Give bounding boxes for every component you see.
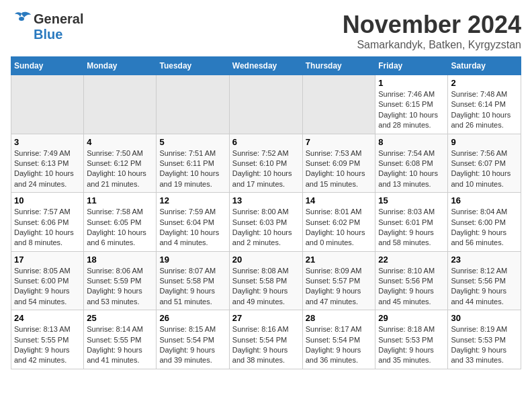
calendar-day-cell: 29Sunrise: 8:18 AMSunset: 5:53 PMDayligh… bbox=[375, 310, 448, 369]
logo: General Blue bbox=[11, 11, 83, 42]
calendar-day-cell: 17Sunrise: 8:05 AMSunset: 6:00 PMDayligh… bbox=[11, 251, 84, 310]
logo-bird-icon bbox=[11, 11, 32, 27]
calendar-week-row: 10Sunrise: 7:57 AMSunset: 6:06 PMDayligh… bbox=[11, 193, 521, 252]
day-info: Sunrise: 8:18 AMSunset: 5:53 PMDaylight:… bbox=[378, 324, 445, 366]
day-info: Sunrise: 8:10 AMSunset: 5:56 PMDaylight:… bbox=[378, 266, 445, 308]
day-info: Sunrise: 8:00 AMSunset: 6:03 PMDaylight:… bbox=[232, 207, 300, 248]
column-header-wednesday: Wednesday bbox=[229, 57, 302, 75]
day-number: 7 bbox=[306, 137, 373, 147]
day-number: 14 bbox=[306, 195, 373, 205]
day-number: 10 bbox=[14, 195, 81, 205]
column-header-sunday: Sunday bbox=[11, 57, 84, 75]
calendar-day-cell bbox=[84, 75, 157, 134]
day-info: Sunrise: 8:17 AMSunset: 5:54 PMDaylight:… bbox=[306, 324, 373, 366]
calendar-day-cell: 28Sunrise: 8:17 AMSunset: 5:54 PMDayligh… bbox=[302, 310, 375, 369]
calendar-day-cell bbox=[157, 75, 229, 134]
calendar-day-cell: 25Sunrise: 8:14 AMSunset: 5:55 PMDayligh… bbox=[84, 310, 157, 369]
day-info: Sunrise: 8:09 AMSunset: 5:57 PMDaylight:… bbox=[306, 266, 373, 308]
calendar-day-cell: 12Sunrise: 7:59 AMSunset: 6:04 PMDayligh… bbox=[157, 193, 229, 252]
day-info: Sunrise: 8:06 AMSunset: 5:59 PMDaylight:… bbox=[87, 266, 153, 308]
day-info: Sunrise: 8:13 AMSunset: 5:55 PMDaylight:… bbox=[14, 324, 81, 366]
day-info: Sunrise: 7:58 AMSunset: 6:05 PMDaylight:… bbox=[87, 207, 153, 248]
calendar-week-row: 1Sunrise: 7:46 AMSunset: 6:15 PMDaylight… bbox=[11, 75, 521, 134]
title-section: November 2024 Samarkandyk, Batken, Kyrgy… bbox=[343, 11, 521, 51]
calendar-day-cell: 26Sunrise: 8:15 AMSunset: 5:54 PMDayligh… bbox=[157, 310, 229, 369]
day-number: 12 bbox=[159, 195, 226, 205]
day-info: Sunrise: 8:08 AMSunset: 5:58 PMDaylight:… bbox=[232, 266, 300, 308]
day-info: Sunrise: 7:56 AMSunset: 6:07 PMDaylight:… bbox=[451, 148, 518, 190]
calendar-day-cell bbox=[11, 75, 84, 134]
day-number: 23 bbox=[451, 255, 518, 265]
calendar-day-cell: 14Sunrise: 8:01 AMSunset: 6:02 PMDayligh… bbox=[302, 193, 375, 252]
calendar-day-cell: 22Sunrise: 8:10 AMSunset: 5:56 PMDayligh… bbox=[375, 251, 448, 310]
calendar-day-cell: 21Sunrise: 8:09 AMSunset: 5:57 PMDayligh… bbox=[302, 251, 375, 310]
day-info: Sunrise: 8:16 AMSunset: 5:54 PMDaylight:… bbox=[232, 324, 300, 366]
day-number: 29 bbox=[378, 313, 445, 323]
day-info: Sunrise: 8:19 AMSunset: 5:53 PMDaylight:… bbox=[451, 324, 518, 366]
day-number: 11 bbox=[87, 195, 153, 205]
column-header-saturday: Saturday bbox=[448, 57, 521, 75]
logo-blue-text: Blue bbox=[34, 27, 62, 42]
calendar-day-cell: 27Sunrise: 8:16 AMSunset: 5:54 PMDayligh… bbox=[229, 310, 302, 369]
page-header: General Blue November 2024 Samarkandyk, … bbox=[11, 11, 521, 51]
calendar-day-cell bbox=[229, 75, 302, 134]
calendar-day-cell: 16Sunrise: 8:04 AMSunset: 6:00 PMDayligh… bbox=[448, 193, 521, 252]
calendar-day-cell: 11Sunrise: 7:58 AMSunset: 6:05 PMDayligh… bbox=[84, 193, 157, 252]
column-header-friday: Friday bbox=[375, 57, 448, 75]
day-number: 4 bbox=[87, 137, 153, 147]
day-number: 20 bbox=[232, 255, 300, 265]
location: Samarkandyk, Batken, Kyrgyzstan bbox=[343, 39, 521, 51]
day-info: Sunrise: 7:48 AMSunset: 6:14 PMDaylight:… bbox=[451, 89, 518, 131]
day-info: Sunrise: 7:52 AMSunset: 6:10 PMDaylight:… bbox=[232, 148, 300, 190]
calendar-day-cell: 4Sunrise: 7:50 AMSunset: 6:12 PMDaylight… bbox=[84, 134, 157, 193]
calendar-header-row: SundayMondayTuesdayWednesdayThursdayFrid… bbox=[11, 57, 521, 75]
day-number: 2 bbox=[451, 78, 518, 88]
calendar-day-cell: 10Sunrise: 7:57 AMSunset: 6:06 PMDayligh… bbox=[11, 193, 84, 252]
calendar-day-cell: 6Sunrise: 7:52 AMSunset: 6:10 PMDaylight… bbox=[229, 134, 302, 193]
day-info: Sunrise: 8:03 AMSunset: 6:01 PMDaylight:… bbox=[378, 207, 445, 248]
calendar-week-row: 17Sunrise: 8:05 AMSunset: 6:00 PMDayligh… bbox=[11, 251, 521, 310]
day-info: Sunrise: 8:01 AMSunset: 6:02 PMDaylight:… bbox=[306, 207, 373, 248]
day-number: 19 bbox=[159, 255, 226, 265]
day-info: Sunrise: 7:50 AMSunset: 6:12 PMDaylight:… bbox=[87, 148, 153, 190]
day-number: 28 bbox=[306, 313, 373, 323]
calendar-day-cell: 24Sunrise: 8:13 AMSunset: 5:55 PMDayligh… bbox=[11, 310, 84, 369]
day-info: Sunrise: 7:54 AMSunset: 6:08 PMDaylight:… bbox=[378, 148, 445, 190]
day-number: 8 bbox=[378, 137, 445, 147]
day-info: Sunrise: 8:12 AMSunset: 5:56 PMDaylight:… bbox=[451, 266, 518, 308]
calendar-day-cell bbox=[302, 75, 375, 134]
calendar-day-cell: 5Sunrise: 7:51 AMSunset: 6:11 PMDaylight… bbox=[157, 134, 229, 193]
day-number: 1 bbox=[378, 78, 445, 88]
calendar-day-cell: 20Sunrise: 8:08 AMSunset: 5:58 PMDayligh… bbox=[229, 251, 302, 310]
calendar-day-cell: 30Sunrise: 8:19 AMSunset: 5:53 PMDayligh… bbox=[448, 310, 521, 369]
day-info: Sunrise: 8:04 AMSunset: 6:00 PMDaylight:… bbox=[451, 207, 518, 248]
day-number: 6 bbox=[232, 137, 300, 147]
calendar-day-cell: 18Sunrise: 8:06 AMSunset: 5:59 PMDayligh… bbox=[84, 251, 157, 310]
svg-point-0 bbox=[19, 17, 24, 21]
calendar-day-cell: 15Sunrise: 8:03 AMSunset: 6:01 PMDayligh… bbox=[375, 193, 448, 252]
day-info: Sunrise: 7:46 AMSunset: 6:15 PMDaylight:… bbox=[378, 89, 445, 131]
month-title: November 2024 bbox=[343, 11, 521, 39]
calendar-table: SundayMondayTuesdayWednesdayThursdayFrid… bbox=[11, 56, 521, 369]
day-info: Sunrise: 8:15 AMSunset: 5:54 PMDaylight:… bbox=[159, 324, 226, 366]
calendar-day-cell: 2Sunrise: 7:48 AMSunset: 6:14 PMDaylight… bbox=[448, 75, 521, 134]
day-number: 25 bbox=[87, 313, 153, 323]
day-number: 9 bbox=[451, 137, 518, 147]
calendar-day-cell: 1Sunrise: 7:46 AMSunset: 6:15 PMDaylight… bbox=[375, 75, 448, 134]
day-number: 18 bbox=[87, 255, 153, 265]
day-number: 5 bbox=[159, 137, 226, 147]
calendar-day-cell: 7Sunrise: 7:53 AMSunset: 6:09 PMDaylight… bbox=[302, 134, 375, 193]
day-number: 21 bbox=[306, 255, 373, 265]
day-info: Sunrise: 8:05 AMSunset: 6:00 PMDaylight:… bbox=[14, 266, 81, 308]
day-number: 30 bbox=[451, 313, 518, 323]
day-number: 26 bbox=[159, 313, 226, 323]
calendar-day-cell: 13Sunrise: 8:00 AMSunset: 6:03 PMDayligh… bbox=[229, 193, 302, 252]
day-info: Sunrise: 8:14 AMSunset: 5:55 PMDaylight:… bbox=[87, 324, 153, 366]
calendar-day-cell: 19Sunrise: 8:07 AMSunset: 5:58 PMDayligh… bbox=[157, 251, 229, 310]
day-info: Sunrise: 7:59 AMSunset: 6:04 PMDaylight:… bbox=[159, 207, 226, 248]
day-info: Sunrise: 8:07 AMSunset: 5:58 PMDaylight:… bbox=[159, 266, 226, 308]
day-number: 24 bbox=[14, 313, 81, 323]
calendar-day-cell: 8Sunrise: 7:54 AMSunset: 6:08 PMDaylight… bbox=[375, 134, 448, 193]
column-header-tuesday: Tuesday bbox=[157, 57, 229, 75]
calendar-week-row: 24Sunrise: 8:13 AMSunset: 5:55 PMDayligh… bbox=[11, 310, 521, 369]
